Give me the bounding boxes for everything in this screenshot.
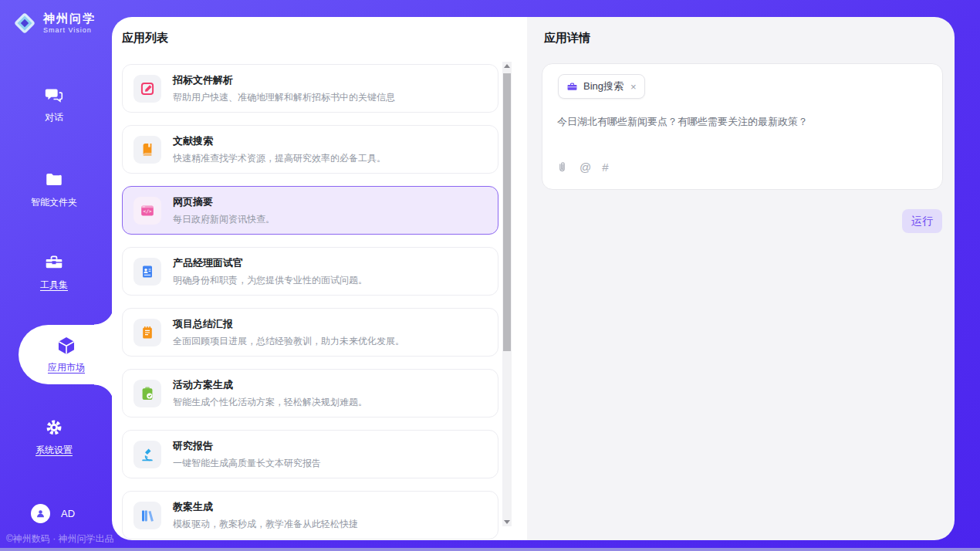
svg-text:</>: </> (143, 208, 151, 214)
app-card-title: 教案生成 (173, 500, 358, 514)
app-card-description: 快速精准查找学术资源，提高研究效率的必备工具。 (173, 152, 386, 165)
sidebar-item-chat[interactable]: 对话 (0, 85, 108, 124)
user-chip[interactable]: AD (31, 504, 75, 523)
scroll-up-arrow-icon[interactable] (504, 64, 510, 68)
app-card-description: 明确身份和职责，为您提供专业性的面试问题。 (173, 274, 367, 287)
notepad-icon (133, 319, 161, 346)
brand-logo-icon (12, 10, 38, 36)
app-card-title: 招标文件解析 (173, 73, 395, 87)
app-card-text: 产品经理面试官明确身份和职责，为您提供专业性的面试问题。 (173, 256, 367, 287)
query-text[interactable]: 今日湖北有哪些新闻要点？有哪些需要关注的最新政策？ (557, 115, 928, 129)
book-icon (133, 136, 161, 164)
window-bottom-edge (0, 548, 980, 551)
composer-toolbar: @ # (556, 161, 609, 174)
app-card-text: 研究报告一键智能生成高质量长文本研究报告 (173, 439, 321, 470)
sidebar-item-label: 系统设置 (35, 444, 73, 457)
books-icon (133, 502, 161, 529)
paperclip-icon[interactable] (556, 161, 569, 174)
scrollbar-thumb[interactable] (503, 73, 511, 351)
sidebar-item-toolset[interactable]: 工具集 (0, 252, 108, 292)
app-card-text: 教案生成模板驱动，教案秒成，教学准备从此轻松快捷 (173, 500, 358, 531)
sidebar-item-smart-folder[interactable]: 智能文件夹 (0, 170, 108, 209)
toolbox-icon (44, 252, 64, 272)
app-card[interactable]: </>网页摘要每日政府新闻资讯快查。 (122, 186, 498, 235)
app-card[interactable]: 产品经理面试官明确身份和职责，为您提供专业性的面试问题。 (122, 247, 498, 296)
app-list-pane: 应用列表 招标文件解析帮助用户快速、准确地理解和解析招标书中的关键信息文献搜索快… (112, 17, 527, 540)
chat-icon (44, 85, 64, 105)
brand-subtitle: Smart Vision (43, 26, 96, 34)
app-card-text: 活动方案生成智能生成个性化活动方案，轻松解决规划难题。 (173, 378, 367, 409)
sidebar-item-label: 应用市场 (48, 361, 85, 374)
app-list: 招标文件解析帮助用户快速、准确地理解和解析招标书中的关键信息文献搜索快速精准查找… (122, 64, 498, 539)
app-detail-pane: 应用详情 Bing搜索 × 今日湖北有哪些新闻要点？有哪些需要关注的最新政策？ … (527, 17, 955, 540)
app-card[interactable]: 教案生成模板驱动，教案秒成，教学准备从此轻松快捷 (122, 491, 498, 539)
brand-text: 神州问学 Smart Vision (43, 12, 96, 35)
gear-icon (44, 417, 64, 438)
sidebar-item-system-settings[interactable]: 系统设置 (0, 417, 108, 457)
copyright-text: ©神州数码 · 神州问学出品 (6, 532, 114, 546)
run-button[interactable]: 运行 (902, 209, 942, 233)
app-list-title: 应用列表 (122, 31, 168, 46)
app-detail-title: 应用详情 (544, 31, 590, 46)
app-card-text: 网页摘要每日政府新闻资讯快查。 (173, 195, 275, 226)
app-card[interactable]: 招标文件解析帮助用户快速、准确地理解和解析招标书中的关键信息 (122, 64, 498, 113)
app-card[interactable]: 文献搜索快速精准查找学术资源，提高研究效率的必备工具。 (122, 125, 498, 174)
resume-icon (133, 258, 161, 286)
tool-chip-bing[interactable]: Bing搜索 × (558, 74, 645, 99)
app-card[interactable]: 活动方案生成智能生成个性化活动方案，轻松解决规划难题。 (122, 369, 498, 417)
sidebar-item-label: 工具集 (40, 279, 68, 292)
sidebar: 神州问学 Smart Vision 对话智能文件夹工具集应用市场系统设置 AD … (0, 0, 108, 551)
app-card-title: 研究报告 (173, 439, 321, 453)
app-card-description: 每日政府新闻资讯快查。 (173, 213, 275, 226)
cube-icon (56, 336, 77, 356)
app-card-title: 文献搜索 (173, 134, 386, 148)
app-card[interactable]: 项目总结汇报全面回顾项目进展，总结经验教训，助力未来优化发展。 (122, 308, 498, 357)
hash-icon[interactable]: # (602, 161, 608, 173)
avatar (31, 504, 50, 523)
app-card[interactable]: 研究报告一键智能生成高质量长文本研究报告 (122, 430, 498, 478)
app-card-title: 网页摘要 (173, 195, 275, 209)
doc-edit-icon (133, 75, 161, 103)
browser-code-icon: </> (133, 197, 161, 225)
sidebar-item-label: 对话 (45, 111, 63, 124)
scroll-down-arrow-icon[interactable] (504, 520, 510, 524)
main-panel: 应用列表 招标文件解析帮助用户快速、准确地理解和解析招标书中的关键信息文献搜索快… (112, 17, 955, 540)
at-icon[interactable]: @ (580, 161, 591, 173)
app-card-description: 智能生成个性化活动方案，轻松解决规划难题。 (173, 396, 367, 409)
user-initials: AD (61, 508, 75, 519)
app-card-text: 招标文件解析帮助用户快速、准确地理解和解析招标书中的关键信息 (173, 73, 395, 104)
microscope-icon (133, 441, 161, 468)
app-card-title: 项目总结汇报 (173, 317, 404, 331)
clipboard-check-icon (133, 380, 161, 407)
app-card-description: 一键智能生成高质量长文本研究报告 (173, 457, 321, 470)
sidebar-item-app-market[interactable]: 应用市场 (19, 325, 114, 384)
composer-card: Bing搜索 × 今日湖北有哪些新闻要点？有哪些需要关注的最新政策？ @ # (542, 63, 943, 190)
app-card-description: 模板驱动，教案秒成，教学准备从此轻松快捷 (173, 518, 358, 531)
app-card-description: 帮助用户快速、准确地理解和解析招标书中的关键信息 (173, 91, 395, 104)
sidebar-item-label: 智能文件夹 (31, 196, 77, 209)
app-card-text: 文献搜索快速精准查找学术资源，提高研究效率的必备工具。 (173, 134, 386, 165)
folder-icon (44, 170, 64, 190)
brand-name: 神州问学 (43, 12, 96, 25)
tool-chip-label: Bing搜索 (583, 79, 623, 93)
chip-close-icon[interactable]: × (630, 81, 637, 93)
brand-logo: 神州问学 Smart Vision (12, 10, 96, 36)
app-card-title: 产品经理面试官 (173, 256, 367, 270)
app-card-description: 全面回顾项目进展，总结经验教训，助力未来优化发展。 (173, 335, 404, 348)
app-card-title: 活动方案生成 (173, 378, 367, 392)
app-list-scrollbar[interactable] (502, 62, 512, 526)
briefcase-icon (566, 81, 578, 93)
app-card-text: 项目总结汇报全面回顾项目进展，总结经验教训，助力未来优化发展。 (173, 317, 404, 348)
